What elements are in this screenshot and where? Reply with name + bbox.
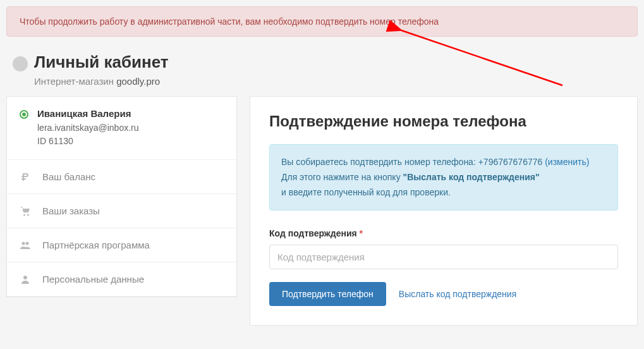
sidebar-item-label: Персональные данные [42, 274, 144, 285]
sidebar-item-label: Партнёрская программа [42, 240, 150, 250]
sidebar: Иваницкая Валерия lera.ivanitskaya@inbox… [6, 96, 237, 297]
page-header: Личный кабинет Интернет-магазин goodly.p… [0, 37, 644, 96]
sidebar-user-block: Иваницкая Валерия lera.ivanitskaya@inbox… [7, 97, 236, 160]
user-email: lera.ivanitskaya@inbox.ru [37, 121, 139, 135]
sidebar-item-label: Ваш баланс [42, 171, 95, 182]
user-id: ID 61130 [37, 135, 139, 148]
svg-point-4 [23, 276, 27, 279]
users-icon [20, 240, 31, 250]
sidebar-item-label: Ваши заказы [42, 205, 100, 216]
page-title: Личный кабинет [34, 52, 169, 72]
sidebar-item-orders[interactable]: Ваши заказы [7, 194, 236, 228]
svg-point-2 [22, 242, 25, 245]
required-mark: * [360, 228, 363, 238]
alert-banner: Чтобы продолжить работу в административн… [6, 6, 638, 37]
main-panel: Подтверждение номера телефона Вы собирае… [250, 96, 638, 326]
info-bold: "Выслать код подтверждения" [403, 172, 540, 182]
code-label: Код подтверждения * [269, 228, 618, 238]
cart-icon [20, 206, 31, 216]
alert-text: Чтобы продолжить работу в административн… [20, 16, 439, 27]
sidebar-item-personal[interactable]: Персональные данные [7, 262, 236, 297]
page-subtitle: Интернет-магазин goodly.pro [34, 76, 169, 87]
info-box: Вы собираетесь подтвердить номер телефон… [269, 144, 618, 211]
ruble-icon [20, 172, 31, 182]
user-icon [20, 274, 31, 285]
sidebar-item-balance[interactable]: Ваш баланс [7, 160, 236, 194]
sidebar-item-partner[interactable]: Партнёрская программа [7, 228, 236, 262]
svg-point-3 [26, 242, 29, 245]
change-phone-link[interactable]: (изменить) [545, 157, 589, 167]
main-title: Подтверждение номера телефона [269, 113, 618, 130]
shop-domain: goodly.pro [116, 76, 160, 87]
phone-number: +796767676776 [478, 157, 543, 167]
confirm-phone-button[interactable]: Подтвердить телефон [269, 282, 386, 306]
status-online-icon [20, 110, 28, 119]
code-input[interactable] [269, 245, 618, 269]
avatar-icon [13, 56, 28, 71]
resend-code-link[interactable]: Выслать код подтверждения [399, 289, 516, 299]
user-name: Иваницкая Валерия [37, 108, 139, 119]
